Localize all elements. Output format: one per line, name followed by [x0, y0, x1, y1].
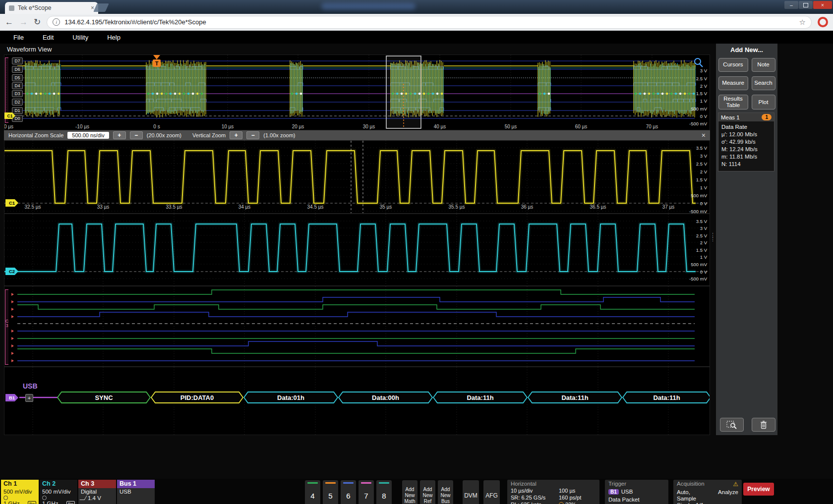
overview-digital-tag-d7[interactable]: D7	[12, 57, 23, 64]
channel-badge-ch2[interactable]: Ch 2 500 mV/div 1 GHz Bw	[40, 480, 77, 504]
overview-time-label: 20 µs	[292, 124, 304, 129]
bus-packet[interactable]: Data:11h	[528, 392, 622, 403]
v-zoom-out-button[interactable]: −	[246, 131, 259, 139]
c1-pane-time-label: 36 µs	[521, 204, 534, 210]
h-zoom-scale-label: Horizontal Zoom Scale	[8, 132, 63, 138]
browser-tab[interactable]: Tek e*Scope ×	[5, 2, 98, 14]
forward-icon[interactable]: →	[19, 18, 28, 26]
bus-packet[interactable]: Data:11h	[623, 392, 710, 403]
trash-button[interactable]	[752, 418, 775, 432]
digital-zoom-pane[interactable]: C3	[4, 286, 710, 367]
ch3-mode: Digital	[78, 488, 116, 495]
bus-packet[interactable]: Data:01h	[244, 392, 338, 403]
channel-5-button[interactable]: 5	[323, 480, 338, 504]
channel-badge-ch3[interactable]: Ch 3 Digital 1.4 V	[78, 480, 116, 504]
channel2-zoom-pane[interactable]: C23.5 V3 V2.5 V2 V1.5 V1 V500 mV0 V-500 …	[4, 214, 710, 286]
add-new-measure-button[interactable]: Measure	[718, 76, 748, 90]
overview-time-label: 10 µs	[222, 124, 234, 129]
measurement-stat: σ': 42.99 kb/s	[721, 138, 771, 146]
dvm-button[interactable]: DVM	[463, 480, 479, 504]
reload-icon[interactable]: ↻	[34, 18, 41, 26]
zoom-tool-button[interactable]	[720, 418, 744, 432]
bus1-type: USB	[117, 488, 155, 495]
c1-pane-time-label: 33.5 µs	[166, 204, 182, 210]
h-zoom-out-button[interactable]: −	[130, 131, 143, 139]
zoom-close-icon[interactable]: ×	[702, 131, 706, 139]
bus-badge-bus1[interactable]: Bus 1 USB	[117, 480, 155, 504]
bookmark-star-icon[interactable]: ☆	[799, 18, 806, 27]
window-minimize-button[interactable]: –	[784, 1, 798, 9]
add-new-math-button[interactable]: AddNewMath	[402, 480, 417, 504]
window-close-button[interactable]: ×	[813, 1, 832, 9]
window-maximize-button[interactable]	[799, 1, 813, 9]
overview-digital-tag-d3[interactable]: D3	[12, 90, 23, 97]
c2-pane-volt-label: 0 V	[700, 269, 707, 275]
bus-group-label: USB	[23, 382, 38, 390]
overview-time-label: 40 µs	[434, 124, 446, 129]
c2-pane-volt-label: 1.5 V	[696, 247, 707, 253]
bus-packet[interactable]: SYNC	[58, 392, 150, 403]
preview-button[interactable]: Preview	[743, 483, 774, 496]
overview-volt-label: 2.5 V	[696, 76, 707, 81]
add-new-note-button[interactable]: Note	[752, 58, 775, 72]
bus-add-chip[interactable]: +	[25, 394, 33, 402]
browser-tab-strip: Tek e*Scope × – ×	[0, 0, 833, 14]
overview-digital-tag-d1[interactable]: D1	[12, 107, 23, 114]
overview-digital-tag-d5[interactable]: D5	[12, 74, 23, 81]
bus-packet[interactable]: Data:00h	[339, 392, 432, 403]
page-info-icon[interactable]: i	[53, 18, 60, 26]
menu-item-utility[interactable]: Utility	[63, 34, 98, 41]
h-zoom-in-button[interactable]: +	[113, 131, 126, 139]
digital-group-tag[interactable]: C3	[4, 319, 9, 328]
bus-packet[interactable]: Data:11h	[433, 392, 527, 403]
overview-digital-tag-d4[interactable]: D4	[12, 82, 23, 89]
v-zoom-in-button[interactable]: +	[230, 131, 242, 139]
right-sidebar: Add New... CursorsNoteMeasureSearchResul…	[716, 44, 777, 435]
ch1-bandwidth: 1 GHz	[3, 501, 20, 504]
horizontal-panel[interactable]: Horizontal 10 µs/div100 µsSR: 6.25 GS/s1…	[507, 480, 599, 504]
c2-pane-volt-label: 2 V	[700, 240, 707, 245]
c1-pane-volt-label: 3.5 V	[696, 145, 707, 151]
bus-packet[interactable]: PID:DATA0	[151, 392, 243, 403]
add-new-ref-button[interactable]: AddNewRef	[420, 480, 435, 504]
overview-pane[interactable]: TD7D6D5D4D3D2D1D0C1-20 µs-10 µs0 s10 µs2…	[4, 55, 710, 130]
bus-decode-pane[interactable]: SYNCPID:DATA0Data:01hData:00hData:11hDat…	[4, 367, 710, 435]
channel-number: 8	[382, 492, 386, 500]
acquisition-panel[interactable]: Acquisition ⚠ Auto, Analyze Sample Singl…	[673, 480, 742, 504]
h-zoom-scale-value[interactable]: 500.00 ns/div	[67, 132, 109, 139]
back-icon[interactable]: ←	[5, 18, 13, 26]
menu-item-edit[interactable]: Edit	[33, 34, 63, 41]
channel-7-button[interactable]: 7	[358, 480, 374, 504]
ch2-name: Ch 2	[40, 480, 77, 488]
add-new-plot-button[interactable]: Plot	[752, 95, 775, 110]
channel-color-strip	[325, 482, 336, 484]
overview-digital-tag-d6[interactable]: D6	[12, 66, 23, 73]
channel-6-button[interactable]: 6	[341, 480, 356, 504]
add-new-cursors-button[interactable]: Cursors	[718, 58, 748, 72]
ch3-threshold-icon	[79, 496, 87, 500]
horizontal-values: 10 µs/div100 µsSR: 6.25 GS/s160 ps/ptRL:…	[511, 488, 596, 504]
c1-pane-time-label: 35.5 µs	[448, 204, 465, 210]
opera-icon[interactable]	[818, 17, 828, 27]
ch2-bandwidth: 1 GHz	[42, 501, 59, 504]
add-new-bus-button[interactable]: AddNewBus	[438, 480, 453, 504]
menu-item-help[interactable]: Help	[98, 34, 130, 41]
ch1-probe-icon	[3, 496, 8, 500]
add-new-search-button[interactable]: Search	[752, 76, 775, 90]
trigger-panel[interactable]: Trigger B1 USB Data Packet	[605, 480, 668, 504]
channel-4-button[interactable]: 4	[305, 480, 320, 504]
address-bar[interactable]: i 134.62.4.195/Tektronix/#/client/c/Tek%…	[47, 16, 812, 29]
channel1-zoom-pane[interactable]: C132.5 µs33 µs33.5 µs34 µs34.5 µs35 µs35…	[4, 140, 710, 214]
channel-badge-ch1[interactable]: Ch 1 500 mV/div 1 GHz Bw	[1, 480, 39, 504]
menu-item-file[interactable]: File	[4, 34, 33, 41]
acquisition-mode: Auto,	[677, 489, 690, 495]
waveform-view-title: Waveform View	[7, 46, 52, 53]
add-button-line: New	[422, 493, 432, 499]
afg-button[interactable]: AFG	[483, 480, 500, 504]
pane-splitter-handle[interactable]: ⋮⋮	[710, 233, 715, 246]
measurement-panel[interactable]: Meas 1 1 Data Rate µ': 12.00 Mb/sσ': 42.…	[718, 112, 774, 171]
add-new-results-table-button[interactable]: Results Table	[718, 95, 748, 110]
channel-8-button[interactable]: 8	[376, 480, 392, 504]
ch1-scale: 500 mV/div	[1, 488, 39, 495]
overview-digital-tag-d2[interactable]: D2	[12, 99, 23, 106]
